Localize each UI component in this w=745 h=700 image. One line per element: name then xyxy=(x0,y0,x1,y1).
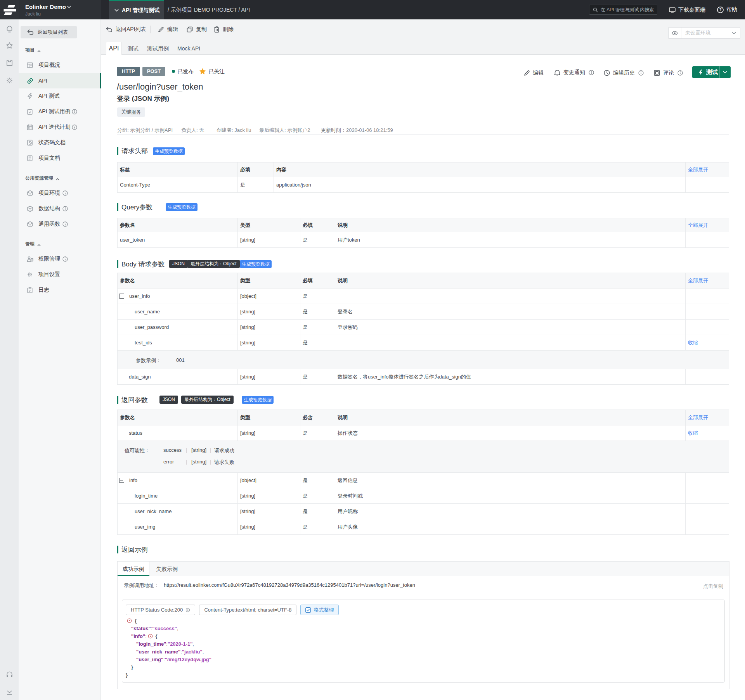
svg-text:?: ? xyxy=(719,8,721,12)
